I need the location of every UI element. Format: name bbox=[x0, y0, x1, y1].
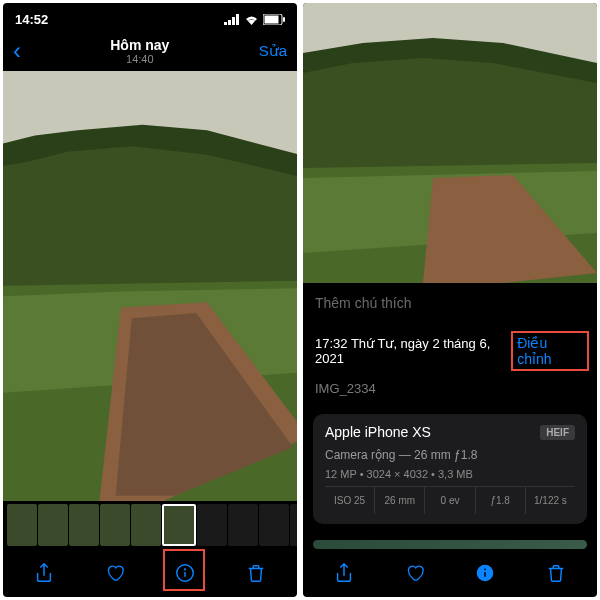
thumbnail[interactable] bbox=[131, 504, 161, 546]
status-bar: 14:52 bbox=[3, 3, 297, 31]
adjust-button[interactable]: Điều chỉnh bbox=[511, 331, 589, 371]
status-indicators bbox=[224, 14, 285, 25]
battery-icon bbox=[263, 14, 285, 25]
caption-field[interactable]: Thêm chú thích bbox=[303, 283, 597, 323]
svg-rect-6 bbox=[283, 17, 285, 22]
thumbnail[interactable] bbox=[290, 504, 297, 546]
focal-cell: 26 mm bbox=[375, 487, 425, 514]
shutter-cell: 1/122 s bbox=[526, 487, 575, 514]
thumbnail[interactable] bbox=[197, 504, 227, 546]
metadata-card: Apple iPhone XS HEIF Camera rộng — 26 mm… bbox=[313, 414, 587, 524]
thumbnail[interactable] bbox=[38, 504, 68, 546]
photo-preview[interactable] bbox=[303, 3, 597, 283]
signal-icon bbox=[224, 14, 240, 25]
thumbnail-selected[interactable] bbox=[162, 504, 196, 546]
share-button[interactable] bbox=[329, 558, 359, 588]
filename-label: IMG_2334 bbox=[303, 379, 597, 406]
info-button[interactable] bbox=[170, 558, 200, 588]
svg-rect-2 bbox=[232, 17, 235, 25]
bottom-toolbar bbox=[3, 549, 297, 597]
svg-rect-0 bbox=[224, 22, 227, 25]
aperture-cell: ƒ1.8 bbox=[476, 487, 526, 514]
wifi-icon bbox=[244, 14, 259, 25]
thumbnail[interactable] bbox=[100, 504, 130, 546]
nav-bar: ‹ Hôm nay 14:40 Sửa bbox=[3, 31, 297, 71]
thumbnail-strip[interactable] bbox=[3, 501, 297, 549]
share-button[interactable] bbox=[29, 558, 59, 588]
svg-point-25 bbox=[484, 568, 486, 570]
photo-view[interactable] bbox=[3, 71, 297, 501]
nav-title: Hôm nay bbox=[110, 37, 169, 53]
format-badge: HEIF bbox=[540, 425, 575, 440]
status-time: 14:52 bbox=[15, 12, 48, 27]
delete-button[interactable] bbox=[541, 558, 571, 588]
file-specs: 12 MP • 3024 × 4032 • 3,3 MB bbox=[325, 468, 575, 480]
nav-subtitle: 14:40 bbox=[110, 53, 169, 65]
svg-marker-19 bbox=[303, 58, 597, 178]
svg-rect-5 bbox=[265, 15, 279, 23]
bottom-toolbar bbox=[303, 549, 597, 597]
thumbnail[interactable] bbox=[259, 504, 289, 546]
camera-info: Camera rộng — 26 mm ƒ1.8 bbox=[325, 448, 575, 462]
thumbnail[interactable] bbox=[69, 504, 99, 546]
delete-button[interactable] bbox=[241, 558, 271, 588]
device-name: Apple iPhone XS bbox=[325, 424, 431, 440]
info-button[interactable] bbox=[470, 558, 500, 588]
svg-point-16 bbox=[185, 569, 186, 570]
photo-datetime: 17:32 Thứ Tư, ngày 2 tháng 6, 2021 bbox=[315, 336, 515, 366]
favorite-button[interactable] bbox=[100, 558, 130, 588]
thumbnail[interactable] bbox=[7, 504, 37, 546]
back-button[interactable]: ‹ bbox=[13, 37, 21, 65]
ev-cell: 0 ev bbox=[425, 487, 475, 514]
edit-button[interactable]: Sửa bbox=[259, 42, 287, 60]
location-map[interactable] bbox=[313, 540, 587, 549]
svg-marker-9 bbox=[3, 146, 297, 297]
favorite-button[interactable] bbox=[400, 558, 430, 588]
iso-cell: ISO 25 bbox=[325, 487, 375, 514]
svg-rect-1 bbox=[228, 20, 231, 25]
svg-rect-3 bbox=[236, 14, 239, 25]
thumbnail[interactable] bbox=[228, 504, 258, 546]
